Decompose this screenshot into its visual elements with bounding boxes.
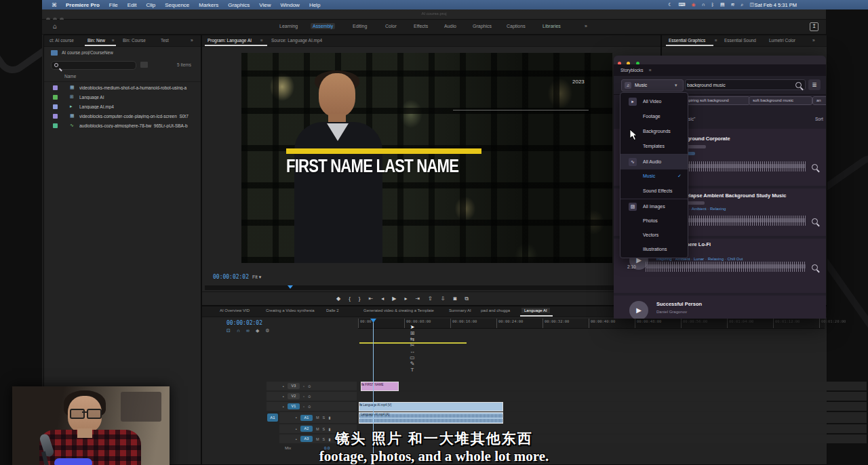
go-to-out-icon[interactable]: ⇥ [415, 296, 420, 302]
find-similar-icon[interactable] [812, 264, 818, 270]
share-icon[interactable]: ↥ [810, 22, 818, 31]
timeline-timecode[interactable]: 00:00:02:02 [226, 320, 262, 326]
right-tabs-overflow-icon[interactable]: » [812, 38, 815, 43]
record-icon[interactable]: ◉ [692, 2, 696, 7]
storyblocks-titlebar[interactable] [614, 56, 826, 64]
video-clip[interactable]: fx Language AI.mp4 [V] [359, 403, 502, 411]
bin-new-panel-menu-icon[interactable]: ≡ [112, 38, 115, 43]
tab-effects[interactable]: Effects [414, 24, 428, 28]
tab-assembly[interactable]: Assembly [311, 23, 335, 29]
track-visibility-icon[interactable]: ⊙ [308, 395, 311, 399]
control-center-icon[interactable]: ◫ [749, 2, 754, 7]
track-button-a1[interactable]: A1 [300, 415, 313, 421]
project-search-input[interactable] [51, 61, 136, 70]
track-header-v2[interactable]: ▪ V2 ▫ ⊙ [267, 392, 357, 401]
sync-lock-icon[interactable]: ▫ [303, 405, 304, 409]
ripple-edit-tool[interactable]: ⇆ [405, 336, 420, 342]
chip-suggestion[interactable]: inspiring soft background [679, 96, 750, 105]
marker-icon[interactable]: ◆ [256, 328, 259, 333]
tab-graphics[interactable]: Graphics [473, 24, 492, 28]
menu-item-all-audio[interactable]: ∿ All Audio [620, 154, 688, 169]
media-type-dropdown[interactable]: ♫ Music ▾ [621, 79, 684, 92]
menu-edit[interactable]: Edit [127, 2, 137, 8]
home-icon[interactable]: ⌂ [53, 22, 57, 30]
menu-clip[interactable]: Clip [146, 2, 156, 8]
tab-storyblocks[interactable]: Storyblocks [620, 68, 644, 73]
track-button-v2[interactable]: V2 [288, 393, 300, 399]
comparison-view-icon[interactable]: ⧉ [465, 296, 469, 302]
chip-suggestion[interactable]: soft background music [749, 96, 812, 105]
tab-sequence[interactable]: pad and chugga [481, 308, 510, 312]
track-header-v1[interactable]: ▪ V1 ▫ ⊙ [267, 402, 357, 411]
table-row[interactable]: ⊞ Language AI [44, 93, 201, 102]
label-chip[interactable] [53, 123, 58, 128]
track-header-a1[interactable]: ▪ A1 M S ▮ [279, 412, 357, 423]
tab-sequence[interactable]: Generated video & creating a Template [363, 308, 434, 312]
mute-icon[interactable]: M [316, 416, 319, 420]
razor-tool[interactable]: ✂ [405, 342, 420, 348]
table-row[interactable]: ▸ Language AI.mp4 [44, 102, 201, 112]
export-frame-icon[interactable]: ◙ [454, 296, 457, 302]
table-row[interactable]: ▦ videoblocks-medium-shot-of-a-humanoid-… [44, 83, 201, 93]
apple-menu-icon[interactable]: ⌘ [52, 2, 57, 8]
track-visibility-icon[interactable]: ⊙ [308, 384, 311, 388]
scrubber-playhead[interactable] [288, 285, 293, 289]
tab-libraries[interactable]: Libraries [542, 24, 561, 28]
mark-out-icon[interactable]: } [359, 296, 361, 302]
find-similar-icon[interactable] [812, 218, 818, 224]
breadcrumb[interactable]: AI course.proj/CourseNew [62, 50, 113, 55]
mark-in-icon[interactable]: { [349, 296, 351, 302]
file-name[interactable]: Language AI [79, 95, 195, 100]
label-chip[interactable] [53, 85, 58, 90]
window-titlebar[interactable]: AI course.proj [42, 9, 826, 20]
file-name[interactable]: audioblocks-cozy-atmosphere-78-bw_965Lr-… [79, 123, 195, 128]
menu-item-all-video[interactable]: ▸ All Video [620, 94, 688, 109]
sync-lock-icon[interactable]: ▫ [303, 395, 304, 399]
tab-project-ai-course[interactable]: ct: AI course [50, 38, 74, 43]
display-icon[interactable]: ▤ [720, 2, 725, 7]
menu-item-vectors[interactable]: Vectors [620, 228, 688, 243]
tab-learning[interactable]: Learning [279, 24, 298, 28]
tab-captions[interactable]: Captions [507, 24, 526, 28]
tab-color[interactable]: Color [385, 24, 397, 28]
tab-lumetri-color[interactable]: Lumetri Color [769, 38, 795, 43]
voiceover-record-icon[interactable]: ▮ [328, 416, 330, 420]
track-lane-v3[interactable] [358, 382, 867, 390]
readout-icon[interactable] [140, 62, 148, 68]
menu-item-all-images[interactable]: ▨ All Images [620, 199, 688, 214]
add-marker-icon[interactable]: ◆ [336, 296, 340, 302]
find-similar-icon[interactable] [812, 164, 818, 170]
eg-panel-menu-icon[interactable]: ≡ [715, 38, 717, 43]
audio-clip[interactable]: Language AI.mp4 [A] [359, 413, 502, 423]
track-header-v3[interactable]: ▪ V3 ▫ ⊙ [267, 382, 357, 390]
step-forward-icon[interactable]: ▸ [404, 296, 407, 302]
program-timecode[interactable]: 00:00:02:02 [213, 274, 249, 280]
tab-bin-course[interactable]: Bin: Course [123, 38, 146, 43]
play-button[interactable]: ▶ [392, 296, 396, 302]
sort-dropdown[interactable]: Sort [815, 117, 823, 121]
tab-program-monitor[interactable]: Program: Language AI [208, 38, 252, 43]
spotlight-icon[interactable]: ⌕ [741, 2, 743, 7]
tab-sequence-active[interactable]: Language AI [521, 308, 550, 313]
search-icon[interactable] [795, 82, 802, 88]
program-scrubber[interactable] [205, 285, 656, 290]
menu-sequence[interactable]: Sequence [165, 2, 189, 8]
storyblocks-panel-menu-icon[interactable]: ≡ [649, 68, 652, 73]
track-button-v3[interactable]: V3 [288, 383, 300, 389]
track-title[interactable]: Successful Person [656, 301, 702, 307]
selection-tool[interactable]: ➤ [405, 324, 420, 330]
file-name[interactable]: videoblocks-computer-code-playing-on-lcd… [79, 114, 195, 119]
tab-sequence[interactable]: Dalle 2 [326, 308, 339, 312]
timeline-ruler[interactable]: 00:00 00:00:08:00 00:00:16:00 00:00:24:0… [358, 319, 825, 329]
menubar-clock[interactable]: Sat Feb 4 5:31 PM [754, 2, 797, 8]
tab-audio[interactable]: Audio [444, 24, 456, 28]
tab-bin-new[interactable]: Bin: New [87, 38, 105, 43]
table-row[interactable]: ▦ videoblocks-computer-code-playing-on-l… [44, 112, 201, 121]
type-tool[interactable]: T [405, 367, 420, 373]
menu-item-sound-effects[interactable]: Sound Effects [620, 184, 688, 199]
slip-tool[interactable]: ↔ [405, 348, 420, 355]
play-button[interactable]: ▶ [629, 301, 648, 319]
column-header-name[interactable]: Name [64, 74, 76, 79]
tab-test[interactable]: Test [161, 38, 169, 43]
tab-sequence[interactable]: Summary AI [449, 308, 471, 312]
